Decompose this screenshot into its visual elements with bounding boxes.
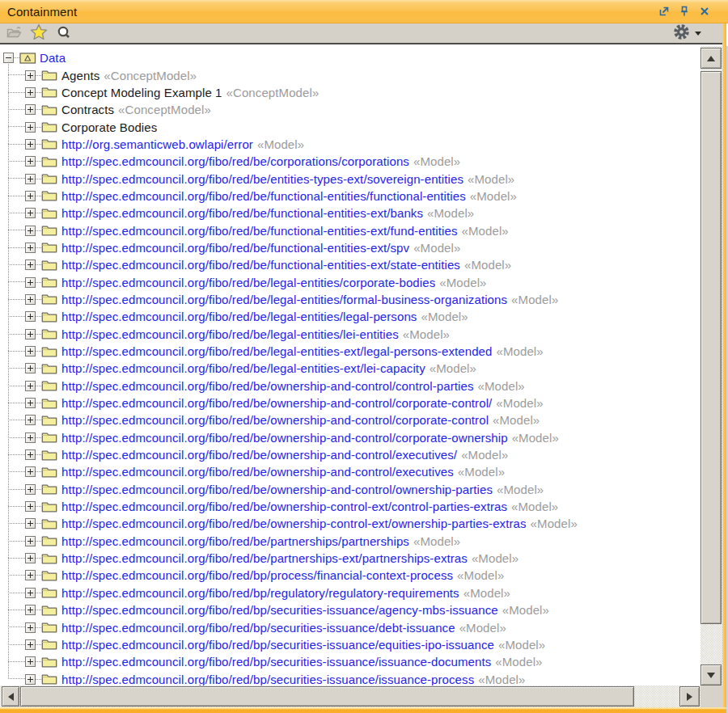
search-button[interactable] — [55, 25, 73, 41]
tree-node-label[interactable]: http://spec.edmcouncil.org/fibo/red/be/o… — [61, 413, 489, 427]
tree-connector — [8, 144, 25, 145]
expand-toggle-icon[interactable] — [25, 122, 36, 133]
tree-node-label[interactable]: http://spec.edmcouncil.org/fibo/red/bp/s… — [61, 673, 474, 686]
expand-toggle-icon[interactable] — [25, 191, 36, 201]
tree-node-label[interactable]: http://spec.edmcouncil.org/fibo/red/be/p… — [61, 534, 409, 548]
expand-toggle-icon[interactable] — [25, 259, 36, 270]
tree-node-label[interactable]: http://spec.edmcouncil.org/fibo/red/be/o… — [61, 483, 493, 496]
tree-node-label[interactable]: http://spec.edmcouncil.org/fibo/red/be/o… — [61, 465, 454, 479]
tree-node-label[interactable]: http://spec.edmcouncil.org/fibo/red/be/o… — [61, 448, 457, 462]
tree-node-label[interactable]: http://spec.edmcouncil.org/fibo/red/be/l… — [61, 344, 492, 358]
tree-node-label[interactable]: http://spec.edmcouncil.org/fibo/red/be/f… — [61, 258, 460, 272]
expand-toggle-icon[interactable] — [25, 415, 36, 425]
expand-toggle-icon[interactable] — [25, 226, 36, 236]
expand-toggle-icon[interactable] — [25, 139, 36, 150]
containment-tree[interactable]: DataAgents«ConceptModel»Concept Modeling… — [0, 46, 700, 686]
expand-toggle-icon[interactable] — [25, 156, 36, 167]
expand-toggle-icon[interactable] — [25, 432, 36, 443]
open-folder-icon — [6, 26, 22, 41]
tree-connector — [36, 282, 41, 283]
pin-icon[interactable] — [678, 5, 691, 18]
tree-node-label[interactable]: Contracts — [61, 103, 114, 116]
tree-node-label[interactable]: http://spec.edmcouncil.org/fibo/red/be/l… — [61, 327, 399, 341]
tree-node-label[interactable]: http://org.semanticweb.owlapi/error — [61, 137, 253, 151]
expand-toggle-icon[interactable] — [25, 656, 36, 667]
tree-node-label[interactable]: http://spec.edmcouncil.org/fibo/red/be/l… — [61, 276, 435, 289]
tree-node-label[interactable]: http://spec.edmcouncil.org/fibo/red/be/f… — [61, 241, 409, 255]
close-icon[interactable] — [698, 5, 711, 18]
expand-toggle-icon[interactable] — [25, 674, 36, 685]
expand-toggle-icon[interactable] — [25, 449, 36, 460]
expand-toggle-icon[interactable] — [25, 605, 36, 615]
expand-toggle-icon[interactable] — [25, 639, 36, 650]
expand-toggle-icon[interactable] — [25, 346, 36, 356]
expand-toggle-icon[interactable] — [25, 329, 36, 340]
expand-toggle-icon[interactable] — [25, 622, 36, 633]
tree-node-label[interactable]: http://spec.edmcouncil.org/fibo/red/be/l… — [61, 310, 417, 323]
tree-node-label[interactable]: http://spec.edmcouncil.org/fibo/red/bp/p… — [61, 568, 453, 582]
tree-node-label[interactable]: http://spec.edmcouncil.org/fibo/red/bp/s… — [61, 655, 491, 669]
tree-node-label[interactable]: Agents — [61, 69, 99, 82]
tree-node-label[interactable]: http://spec.edmcouncil.org/fibo/red/be/o… — [61, 431, 508, 445]
expand-toggle-icon[interactable] — [25, 381, 36, 391]
tree-node-label[interactable]: http://spec.edmcouncil.org/fibo/red/be/p… — [61, 551, 468, 565]
vscroll-thumb[interactable] — [700, 71, 722, 624]
expand-toggle-icon[interactable] — [25, 174, 36, 184]
package-folder-icon — [41, 361, 58, 375]
arrow-left-icon — [8, 693, 14, 701]
expand-toggle-icon[interactable] — [25, 398, 36, 408]
tree-node-label[interactable]: http://spec.edmcouncil.org/fibo/red/be/o… — [61, 379, 474, 393]
tree-node-label[interactable]: http://spec.edmcouncil.org/fibo/red/bp/s… — [61, 638, 494, 652]
expand-toggle-icon[interactable] — [25, 570, 36, 580]
tree-node-label[interactable]: http://spec.edmcouncil.org/fibo/red/bp/s… — [61, 603, 498, 617]
tree-node-label[interactable]: http://spec.edmcouncil.org/fibo/red/be/e… — [61, 172, 463, 186]
expand-toggle-icon[interactable] — [25, 70, 36, 81]
expand-toggle-icon[interactable] — [25, 104, 36, 115]
expand-toggle-icon[interactable] — [25, 208, 36, 218]
scroll-down-button[interactable] — [700, 664, 722, 686]
collapse-toggle-icon[interactable] — [3, 53, 14, 63]
expand-toggle-icon[interactable] — [25, 243, 36, 253]
tree-row: http://spec.edmcouncil.org/fibo/red/be/c… — [0, 153, 700, 170]
expand-toggle-icon[interactable] — [25, 363, 36, 373]
tree-node-label[interactable]: http://spec.edmcouncil.org/fibo/red/be/l… — [61, 293, 507, 306]
horizontal-scrollbar[interactable] — [0, 686, 700, 707]
vertical-scrollbar[interactable] — [700, 46, 722, 686]
open-button[interactable] — [5, 25, 23, 41]
expand-toggle-icon[interactable] — [25, 518, 36, 529]
tree-node-label[interactable]: http://spec.edmcouncil.org/fibo/red/be/f… — [61, 206, 423, 220]
tree-row: http://spec.edmcouncil.org/fibo/red/be/f… — [0, 188, 700, 205]
tree-node-label[interactable]: http://spec.edmcouncil.org/fibo/red/be/o… — [61, 500, 507, 513]
expand-toggle-icon[interactable] — [25, 536, 36, 546]
tree-node-label[interactable]: http://spec.edmcouncil.org/fibo/red/be/f… — [61, 189, 466, 203]
expand-toggle-icon[interactable] — [25, 553, 36, 563]
tree-node-label[interactable]: Concept Modeling Example 1 — [61, 86, 222, 99]
expand-toggle-icon[interactable] — [25, 484, 36, 495]
tree-connector — [36, 679, 41, 680]
expand-toggle-icon[interactable] — [25, 501, 36, 512]
options-button[interactable] — [673, 23, 701, 44]
tree-node-label[interactable]: http://spec.edmcouncil.org/fibo/red/be/o… — [61, 396, 492, 410]
scroll-right-button[interactable] — [679, 686, 700, 707]
expand-toggle-icon[interactable] — [25, 277, 36, 288]
stereotype-label: «Model» — [496, 396, 543, 410]
tree-node-label[interactable]: http://spec.edmcouncil.org/fibo/red/be/l… — [61, 361, 425, 375]
expand-toggle-icon[interactable] — [25, 466, 36, 477]
scroll-left-button[interactable] — [2, 686, 19, 707]
tree-node-label[interactable]: http://spec.edmcouncil.org/fibo/red/be/f… — [61, 224, 458, 238]
expand-toggle-icon[interactable] — [25, 294, 36, 305]
expand-toggle-icon[interactable] — [25, 588, 36, 598]
tree-node-label[interactable]: http://spec.edmcouncil.org/fibo/red/bp/r… — [61, 586, 459, 600]
favorites-button[interactable] — [30, 25, 48, 41]
expand-toggle-icon[interactable] — [25, 87, 36, 98]
tree-row: Concept Modeling Example 1«ConceptModel» — [0, 84, 700, 101]
tree-node-label[interactable]: Data — [40, 51, 66, 65]
tree-node-label[interactable]: http://spec.edmcouncil.org/fibo/red/be/o… — [61, 517, 527, 530]
float-icon[interactable] — [658, 5, 671, 18]
hscroll-thumb[interactable] — [20, 686, 634, 707]
scroll-up-button[interactable] — [700, 48, 722, 69]
expand-toggle-icon[interactable] — [25, 311, 36, 322]
tree-node-label[interactable]: Corporate Bodies — [61, 120, 157, 134]
tree-node-label[interactable]: http://spec.edmcouncil.org/fibo/red/be/c… — [61, 154, 409, 168]
tree-node-label[interactable]: http://spec.edmcouncil.org/fibo/red/bp/s… — [61, 621, 455, 635]
